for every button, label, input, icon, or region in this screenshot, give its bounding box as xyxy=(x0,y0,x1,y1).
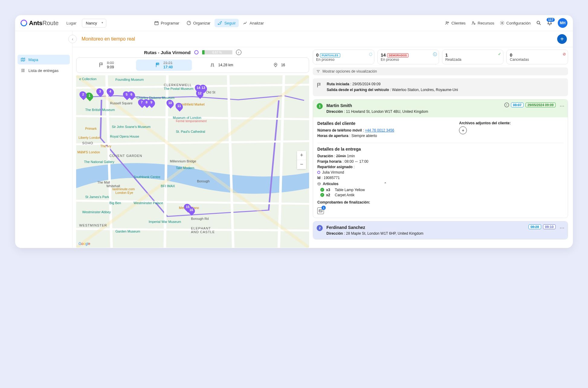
map-label: The National Gallery xyxy=(84,160,114,164)
map-label: The Postal Museum xyxy=(164,87,193,90)
map-label: Westminster Palace xyxy=(134,201,163,205)
page-title: Monitoreo en tiempo real xyxy=(82,36,135,42)
location-select[interactable]: Nancy xyxy=(82,19,106,28)
nav-organizar[interactable]: Organizar xyxy=(183,19,213,27)
articles-toggle[interactable]: Artículos ⌃ xyxy=(317,182,387,186)
map-pin-9[interactable]: 9 xyxy=(148,99,155,107)
map-label: Primark xyxy=(85,127,97,130)
sidebar-item-mapa[interactable]: Mapa xyxy=(18,55,70,64)
article-item: ✓x2 Carpet Antik xyxy=(320,193,564,197)
back-button[interactable]: ‹ xyxy=(68,35,77,43)
sidebar-item-lista[interactable]: Lista de entregas xyxy=(18,66,70,75)
stat-canceladas[interactable]: ⊘ 0 Canceladas xyxy=(506,50,568,64)
svg-point-8 xyxy=(502,22,503,24)
svg-point-3 xyxy=(221,21,222,22)
phone-link[interactable]: +44 76 0012 3456 xyxy=(365,128,394,132)
list-icon xyxy=(21,68,25,73)
svg-point-9 xyxy=(537,21,540,24)
map-pin-11[interactable]: 11 xyxy=(176,103,183,110)
expand-progress-button[interactable]: › xyxy=(236,50,241,55)
client-details-heading: Detalles del cliente xyxy=(317,121,453,126)
attachments-label: Archivos adjuntos del cliente: xyxy=(459,121,511,125)
loading-icon: ◌ xyxy=(369,52,372,56)
display-options-button[interactable]: Mostrar opciones de visualización xyxy=(313,67,568,75)
zoom-out-button[interactable]: − xyxy=(297,160,306,169)
map-label: Fermé temporairement xyxy=(176,119,207,123)
proof-attachment[interactable]: 1 xyxy=(317,207,324,214)
stat-realizada[interactable]: ✓ 1 Realizada xyxy=(442,50,504,64)
user-gear-icon xyxy=(471,21,476,25)
driver-dot-icon xyxy=(194,50,199,54)
avatar[interactable]: MH xyxy=(558,18,567,28)
nav-recursos[interactable]: Recursos xyxy=(471,21,494,25)
map-label: M&M'S London xyxy=(77,150,100,154)
stop-card-1: 1 Martin Smith Dirección : 11 Howland St… xyxy=(313,99,568,218)
map-label: Westminster Abbey xyxy=(82,210,111,214)
map-label: SOHO xyxy=(82,141,93,145)
map-pin-2[interactable]: 2 xyxy=(80,91,86,99)
stop-number: 2 xyxy=(317,225,323,231)
map-pin-6[interactable]: 6 xyxy=(128,91,135,99)
driver-dot-icon xyxy=(317,171,320,174)
map-pin-1[interactable]: 1 xyxy=(86,92,93,100)
location-label: Lugar xyxy=(66,21,76,25)
zoom-in-button[interactable]: + xyxy=(297,151,306,160)
nav-clientes[interactable]: Clientes xyxy=(445,21,466,25)
google-logo: Google xyxy=(79,242,90,246)
map-label: lastminute.com xyxy=(112,187,135,191)
stop-menu-button[interactable]: ⋯ xyxy=(560,225,565,231)
cancel-icon: ⊘ xyxy=(563,52,566,56)
route-start-time[interactable]: 8:009:09 xyxy=(78,60,134,71)
scheduled-time: 08:28 xyxy=(528,224,541,229)
route-end-time[interactable]: 21:2117:40 xyxy=(136,60,192,71)
map-pin-10[interactable]: 10 xyxy=(167,99,173,107)
map-label: Old St xyxy=(206,90,215,94)
map-label: The Ivy xyxy=(100,144,111,148)
notif-badge: 117 xyxy=(547,18,555,22)
map-pin-4[interactable]: 4 xyxy=(107,88,114,96)
map-label: Royal Opera House xyxy=(110,135,139,138)
logo: AntsRoute xyxy=(21,20,59,27)
calendar-icon xyxy=(154,21,159,25)
route-summary-bar: 8:009:09 21:2117:40 14,28 km 16 xyxy=(76,57,309,73)
check-icon: ✓ xyxy=(498,52,501,56)
map-zoom: + − xyxy=(297,151,306,169)
map-label: ELEPHANT AND CASTLE xyxy=(191,227,215,234)
stat-demorados[interactable]: ⓘ 14DEMORADOS En proceso xyxy=(377,50,439,64)
map-label: Tate Modern xyxy=(176,166,194,170)
stop-number: 1 xyxy=(317,103,323,109)
info-icon: ⓘ xyxy=(433,52,437,57)
stop-card-2: 2 Ferdinand Sanchez Dirección : 28 Maple… xyxy=(313,221,568,240)
map-label: Garden Museum xyxy=(115,230,140,233)
route-distance: 14,28 km xyxy=(194,60,250,71)
map-label: Big Ben xyxy=(109,201,121,205)
map-pin-3[interactable]: 3 xyxy=(97,88,103,96)
checkered-flag-icon xyxy=(155,62,160,68)
article-item: ✓x3 Table Lamp Yellow xyxy=(320,188,564,192)
map-label: e Collection xyxy=(79,77,96,81)
search-button[interactable] xyxy=(536,20,541,26)
route-icon xyxy=(218,21,222,25)
svg-point-7 xyxy=(474,23,475,24)
map-label: Liberty London xyxy=(79,136,101,139)
flag-icon xyxy=(99,62,104,68)
nav-analizar[interactable]: Analizar xyxy=(240,19,267,27)
nav-config[interactable]: Configuración xyxy=(500,21,531,25)
map-label: Russell Square xyxy=(110,101,133,105)
nav-seguir[interactable]: Seguir xyxy=(215,19,239,27)
route-stops-count: 16 xyxy=(251,60,307,71)
map-label: Smithfield Market xyxy=(179,103,205,106)
delivery-details-heading: Detalles de la entrega xyxy=(317,147,564,152)
proof-label: Comprobantes de finalización: xyxy=(317,200,370,204)
stop-menu-button[interactable]: ⋯ xyxy=(560,103,565,109)
notifications-button[interactable]: 117 xyxy=(547,20,552,26)
nav-programar[interactable]: Programar xyxy=(151,19,182,27)
map-view[interactable]: e Collection Foundling Museum CLERKENWEL… xyxy=(76,75,309,248)
stat-puntuales[interactable]: ◌ 0PUNTUALES En proceso xyxy=(313,50,374,64)
progress-bar: 6.67 % xyxy=(202,50,232,54)
map-label: COVENT GARDEN xyxy=(109,154,142,158)
add-button[interactable]: + xyxy=(557,34,567,44)
add-attachment-button[interactable]: + xyxy=(459,126,467,134)
stop-client-name: Ferdinand Sanchez xyxy=(326,224,525,231)
map-label: The Mall xyxy=(97,181,110,184)
